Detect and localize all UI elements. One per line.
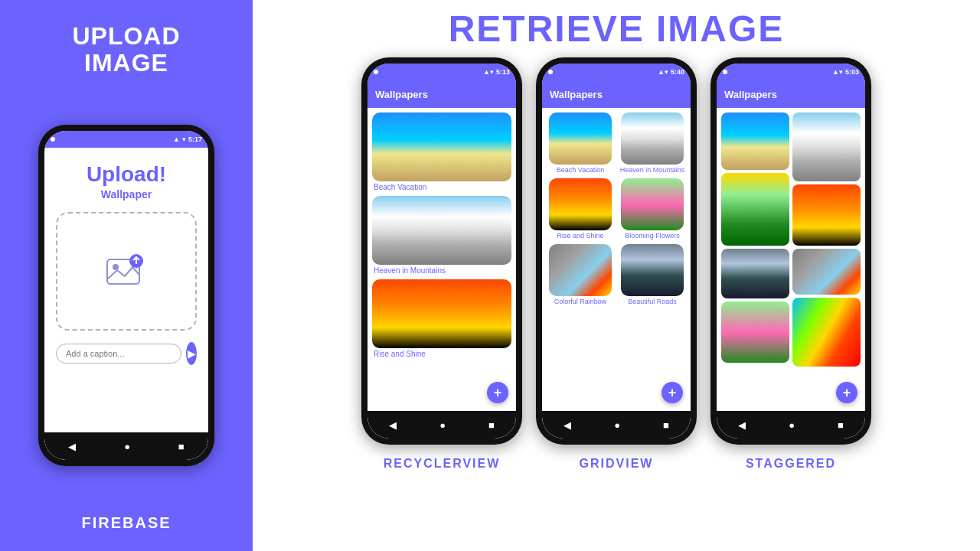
sg-content-area[interactable]: + <box>717 108 865 411</box>
grid-item[interactable]: Colorful Rainbow <box>547 244 614 305</box>
item-label: Rise and Shine <box>372 350 511 358</box>
upload-drop-box[interactable] <box>56 212 197 331</box>
grid-item[interactable]: Beach Vacation <box>547 112 614 174</box>
gv-content-area[interactable]: Beach Vacation Heaven in Mountains Rise … <box>542 108 691 411</box>
time-display: 5:17 <box>188 135 202 143</box>
signal-sg: ▲▾ <box>832 68 843 76</box>
nav-bar-rv: ◀ ● ■ <box>368 411 516 439</box>
recyclerview-section: ▲▾ 5:13 Wallpapers Beach Vacation <box>361 57 522 471</box>
sg-col-1 <box>721 112 789 367</box>
sg-roads <box>721 249 789 298</box>
grid-beach <box>549 112 612 165</box>
send-button[interactable]: ▶ <box>186 342 197 365</box>
signal-gv: ▲▾ <box>658 68 668 76</box>
sunset-img <box>372 279 511 348</box>
rv-list-area[interactable]: Beach Vacation Heaven in Mountains Rise … <box>368 108 516 411</box>
camera-dot-gv <box>548 70 553 74</box>
gv-label: GRIDVIEW <box>580 457 654 471</box>
signal-icon: ▲ <box>173 135 180 143</box>
sg-label: STAGGERED <box>746 457 836 471</box>
recent-sg[interactable]: ■ <box>838 419 844 431</box>
fab-rv[interactable]: + <box>487 382 508 403</box>
time-gv: 5:40 <box>671 68 684 76</box>
caption-input[interactable] <box>56 344 181 364</box>
grid-label: Beach Vacation <box>557 166 604 174</box>
sg-col-2 <box>792 112 861 367</box>
grid-item[interactable]: Rise and Shine <box>547 178 614 240</box>
appbar-gv-title: Wallpapers <box>550 89 603 100</box>
recent-gv[interactable]: ■ <box>663 419 669 431</box>
upload-phone: ▲ ▾ 5:17 Upload! Wallpaper <box>38 125 214 466</box>
grid-flowers <box>621 178 684 230</box>
grid-label: Heaven in Mountains <box>620 166 685 174</box>
item-label: Heaven in Mountains <box>372 266 511 275</box>
recyclerview-phone: ▲▾ 5:13 Wallpapers Beach Vacation <box>361 57 522 445</box>
recent-button[interactable]: ■ <box>178 441 185 452</box>
grid-content: Beach Vacation Heaven in Mountains Rise … <box>542 108 691 310</box>
grid-label: Colorful Rainbow <box>554 298 607 305</box>
upload-screen-subtitle: Wallpaper <box>101 188 152 201</box>
rv-label: RECYCLERVIEW <box>384 457 501 471</box>
grid-item[interactable]: Blooming Flowers <box>619 178 686 240</box>
sg-beach <box>721 112 789 170</box>
retrieve-title: RETRIEVE IMAGE <box>449 8 785 50</box>
recent-rv[interactable]: ■ <box>488 419 495 431</box>
upload-title: UPLOADIMAGE <box>72 23 180 77</box>
signal-rv: ▲▾ <box>483 68 494 76</box>
camera-dot <box>51 137 55 142</box>
list-item[interactable]: Heaven in Mountains <box>372 196 511 275</box>
home-button[interactable]: ● <box>124 441 130 452</box>
upload-screen-title: Upload! <box>87 163 166 187</box>
list-item[interactable]: Beach Vacation <box>372 112 511 191</box>
back-button[interactable]: ◀ <box>68 441 76 452</box>
sg-flowers <box>721 302 789 363</box>
status-icons: ▲ ▾ 5:17 <box>173 135 202 143</box>
left-panel: UPLOADIMAGE ▲ ▾ 5:17 Upload! Wallpaper <box>0 0 253 551</box>
beach-img <box>372 112 511 181</box>
fab-sg[interactable]: + <box>836 382 858 403</box>
gridview-phone: ▲▾ 5:40 Wallpapers Beach Vacation <box>536 57 697 445</box>
gridview-section: ▲▾ 5:40 Wallpapers Beach Vacation <box>536 57 697 471</box>
upload-icon <box>103 250 149 292</box>
nav-bar-sg: ◀ ● ■ <box>717 411 865 439</box>
grid-item[interactable]: Heaven in Mountains <box>619 112 686 174</box>
appbar-sg: Wallpapers <box>717 80 865 108</box>
appbar-rv-title: Wallpapers <box>375 89 428 100</box>
camera-dot-sg <box>723 70 727 74</box>
firebase-label: FIREBASE <box>81 514 171 532</box>
upload-screen: Upload! Wallpaper <box>44 148 208 432</box>
staggered-phone: ▲▾ 5:03 Wallpapers <box>710 57 871 445</box>
grid-roads <box>621 244 684 296</box>
fab-gv[interactable]: + <box>662 382 683 403</box>
sg-mountains <box>792 112 861 181</box>
send-icon: ▶ <box>188 347 196 360</box>
home-rv[interactable]: ● <box>439 419 446 431</box>
home-sg[interactable]: ● <box>789 419 795 431</box>
mountains-img <box>372 196 511 265</box>
grid-rainbow <box>549 244 612 296</box>
time-rv: 5:13 <box>496 68 510 76</box>
list-item[interactable]: Rise and Shine <box>372 279 511 358</box>
appbar-gv: Wallpapers <box>542 80 691 108</box>
camera-dot-rv <box>374 70 378 74</box>
appbar-rv: Wallpapers <box>368 80 516 108</box>
caption-row: ▶ <box>56 342 197 365</box>
grid-item[interactable]: Beautiful Roads <box>619 244 686 305</box>
sg-rainbow <box>792 249 861 295</box>
rv-list: Beach Vacation Heaven in Mountains Rise … <box>368 108 516 363</box>
status-bar-upload: ▲ ▾ 5:17 <box>44 131 208 148</box>
sg-rainbow2 <box>792 298 861 367</box>
status-bar-sg: ▲▾ 5:03 <box>717 64 865 80</box>
right-section: RETRIEVE IMAGE ▲▾ 5:13 Wallp <box>253 0 980 551</box>
back-gv[interactable]: ◀ <box>564 419 571 431</box>
nav-bar-gv: ◀ ● ■ <box>542 411 691 439</box>
status-bar-gv: ▲▾ 5:40 <box>542 64 691 80</box>
back-sg[interactable]: ◀ <box>738 419 746 431</box>
grid-sunset <box>549 178 612 230</box>
wifi-icon: ▾ <box>182 135 186 143</box>
appbar-sg-title: Wallpapers <box>724 89 777 100</box>
back-rv[interactable]: ◀ <box>389 419 397 431</box>
phones-row: ▲▾ 5:13 Wallpapers Beach Vacation <box>361 57 871 543</box>
grid-label: Blooming Flowers <box>625 232 680 240</box>
home-gv[interactable]: ● <box>614 419 620 431</box>
